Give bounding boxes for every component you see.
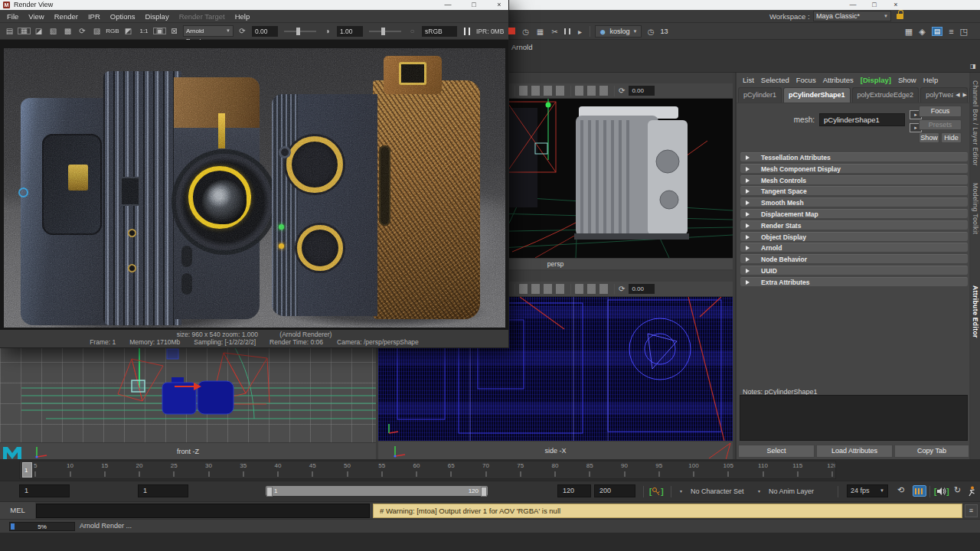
mel-label[interactable]: MEL — [0, 502, 35, 520]
render-view-menu-render[interactable]: Render — [54, 12, 78, 21]
anim-layer-dropdown[interactable]: No Anim Layer — [769, 487, 814, 495]
workspace-dropdown[interactable]: Maya Classic* ▼ — [813, 11, 891, 21]
slider-handle[interactable] — [296, 28, 300, 35]
time-slider[interactable]: 1 51015202530354045505560657075808590951… — [19, 461, 836, 479]
focus-button[interactable]: Focus — [919, 106, 962, 117]
pause-ipr-icon[interactable] — [464, 28, 470, 35]
attribute-editor-menu-list[interactable]: List — [743, 76, 754, 87]
attribute-editor-menu-show[interactable]: Show — [898, 76, 916, 87]
chevron-down-icon[interactable]: ▾ — [680, 488, 682, 494]
current-time-marker[interactable]: 1 — [22, 462, 32, 478]
ipr-render-icon[interactable]: ⟳ — [75, 27, 90, 35]
load-attributes-button[interactable]: Load Attributes — [816, 445, 893, 458]
exposure-slider[interactable] — [284, 31, 316, 32]
attribute-editor-menu-attributes[interactable]: Attributes — [823, 76, 854, 87]
character-set-dropdown[interactable]: No Character Set — [691, 487, 744, 495]
section-displacement-map[interactable]: Displacement Map — [740, 209, 968, 218]
rendered-image[interactable] — [4, 48, 505, 328]
fps-dropdown[interactable]: 24 fps ▼ — [847, 484, 888, 497]
panel-toolbar-icons[interactable] — [519, 284, 567, 294]
remove-image-icon[interactable]: ⊠ — [167, 27, 181, 35]
attribute-editor-menu-focus[interactable]: Focus — [796, 76, 816, 87]
rgb-channels-button[interactable]: RGB — [104, 28, 121, 34]
notes-textarea[interactable] — [740, 395, 968, 441]
section-tangent-space[interactable]: Tangent Space — [740, 186, 968, 195]
render-settings-icon[interactable]: ▦ — [905, 27, 913, 37]
side-value-field[interactable]: 0.00 — [629, 284, 655, 294]
select-button[interactable]: Select — [738, 445, 815, 458]
minimize-icon[interactable]: — — [439, 0, 456, 10]
user-dropdown[interactable]: ☻ koslog ▼ — [595, 25, 642, 37]
stop-render-icon[interactable] — [508, 28, 515, 34]
panel-toolbar-icons[interactable] — [575, 284, 610, 294]
maximize-icon[interactable]: □ — [864, 0, 885, 10]
panel-tab-modeling-toolkit[interactable]: Modeling Toolkit — [972, 183, 979, 275]
node-name-field[interactable]: pCylinderShape1 — [819, 113, 905, 126]
display-layers-icon[interactable]: ◳ — [960, 27, 968, 37]
panel-dock-icon[interactable]: ◨ — [970, 63, 976, 70]
redo-previous-render-icon[interactable]: ▦ — [17, 27, 31, 35]
channel-box-toggle-icon[interactable]: ≡ — [949, 27, 953, 36]
attribute-tab-pcylinder1[interactable]: pCylinder1 — [738, 87, 782, 103]
history-icon[interactable]: ◷ — [521, 28, 531, 36]
time-editor-clip-icon[interactable] — [913, 485, 926, 497]
attribute-tab-polyextrudeedge2[interactable]: polyExtrudeEdge2 — [852, 87, 920, 103]
maximize-icon[interactable]: □ — [466, 0, 482, 10]
attribute-editor-toggle-icon[interactable]: ▤ — [932, 27, 943, 36]
section-extra-attributes[interactable]: Extra Attributes — [740, 277, 968, 286]
pause-icon[interactable] — [564, 28, 570, 34]
render-view-menu-help[interactable]: Help — [235, 12, 250, 21]
playback-loop-icon[interactable]: ⟲ — [897, 485, 904, 495]
panel-toolbar-icons[interactable] — [575, 86, 610, 96]
range-slider[interactable]: 1 120 — [266, 486, 488, 496]
panel-tab-channel-box-layer-editor[interactable]: Channel Box / Layer Editor — [972, 80, 979, 172]
lock-icon[interactable] — [897, 14, 903, 19]
actual-size-button[interactable]: 1:1 — [136, 28, 152, 34]
render-view-menu-options[interactable]: Options — [110, 12, 136, 21]
refresh-icon[interactable]: ⟳ — [619, 86, 625, 95]
keep-image-icon[interactable]: ▣ — [152, 27, 167, 35]
auto-keyframe-icon[interactable]: [ ] — [649, 485, 664, 497]
tab-scroll-right-icon[interactable]: ▶ — [963, 92, 967, 98]
mute-audio-icon[interactable]: [ ] — [934, 485, 949, 497]
cached-playback-icon[interactable]: ↻ — [954, 485, 961, 495]
panel-toolbar-icons[interactable] — [519, 86, 567, 96]
render-sequence-icon[interactable]: ▩ — [60, 27, 75, 35]
attribute-editor-menu-help[interactable]: Help — [923, 76, 939, 87]
render-view-menu-file[interactable]: File — [7, 12, 18, 21]
presets-button[interactable]: Presets — [919, 119, 962, 130]
hypershade-icon[interactable]: ◈ — [919, 27, 925, 37]
refresh-icon[interactable]: ⟳ — [619, 285, 625, 293]
script-editor-icon[interactable]: ≡ — [965, 504, 978, 517]
colorspace-dropdown[interactable]: sRGB gamm — [422, 26, 457, 37]
section-object-display[interactable]: Object Display — [740, 232, 968, 241]
chevron-down-icon[interactable]: ▾ — [758, 488, 760, 494]
slider-handle[interactable] — [381, 28, 385, 35]
section-tessellation-attributes[interactable]: Tessellation Attributes — [740, 152, 968, 161]
alpha-channel-icon[interactable]: ◩ — [121, 27, 136, 35]
minimize-icon[interactable]: — — [842, 0, 864, 10]
attribute-editor-menu-display[interactable]: [Display] — [861, 76, 891, 87]
render-view-menu-render-target[interactable]: Render Target — [179, 12, 225, 21]
section-node-behavior[interactable]: Node Behavior — [740, 254, 968, 263]
ipr-update-icon[interactable]: ▨ — [90, 27, 104, 35]
playback-start-field[interactable]: 1 — [138, 484, 188, 497]
tab-scroll-left-icon[interactable]: ◀ — [956, 92, 959, 98]
section-smooth-mesh[interactable]: Smooth Mesh — [740, 197, 968, 207]
evaluation-runner-icon[interactable] — [967, 486, 976, 497]
section-mesh-component-display[interactable]: Mesh Component Display — [740, 164, 968, 173]
animation-end-field[interactable]: 200 — [594, 484, 635, 497]
shelf-tab-arnold[interactable]: Arnold — [511, 43, 532, 51]
show-button[interactable]: Show — [919, 132, 939, 143]
cut-icon[interactable]: ✂ — [550, 28, 560, 36]
render-region-icon[interactable]: ◪ — [31, 27, 46, 35]
exposure-field[interactable]: 0.00 — [252, 26, 278, 37]
gamma-slider[interactable] — [369, 31, 401, 32]
gamma-field[interactable]: 1.00 — [337, 26, 363, 37]
animation-start-field[interactable]: 1 — [19, 484, 70, 497]
section-mesh-controls[interactable]: Mesh Controls — [740, 175, 968, 184]
copy-tab-button[interactable]: Copy Tab — [894, 445, 969, 458]
hide-button[interactable]: Hide — [941, 132, 962, 143]
attribute-tab-pcylindershape1[interactable]: pCylinderShape1 — [783, 87, 851, 103]
persp-value-field[interactable]: 0.00 — [629, 86, 655, 96]
